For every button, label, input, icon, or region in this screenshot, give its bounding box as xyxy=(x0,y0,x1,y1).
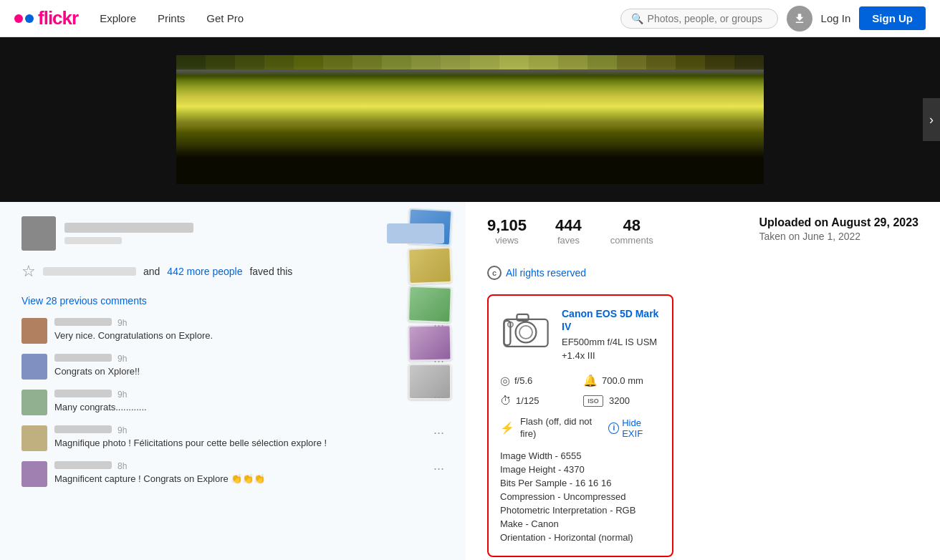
comment-item: 9h Magnifique photo ! Félicitations pour… xyxy=(21,425,444,451)
user-avatar[interactable] xyxy=(21,216,56,251)
iso-field: ISO 3200 xyxy=(583,395,661,407)
follow-button[interactable] xyxy=(387,223,444,243)
comment-avatar[interactable] xyxy=(21,461,47,487)
fave-text: and xyxy=(143,266,160,277)
shutter-field: ⏱ 1/125 xyxy=(500,395,577,407)
faves-stat: 444 faves xyxy=(555,216,582,246)
comment-meta: 9h xyxy=(54,390,426,400)
fave-avatars-bar xyxy=(43,267,136,276)
comment-meta: 8h xyxy=(54,461,426,471)
comment-meta: 9h xyxy=(54,425,426,435)
exif-orientation: Orientation - Horizontal (normal) xyxy=(500,531,661,544)
comment-text: Many congrats............ xyxy=(54,401,426,414)
fave-row: ☆ and 442 more people faved this xyxy=(21,262,444,281)
flash-hide-row: ⚡ Flash (off, did not fire) i Hide EXIF xyxy=(500,416,661,440)
search-icon: 🔍 xyxy=(631,13,643,24)
comment-body: 9h Congrats on Xplore!! xyxy=(54,354,426,378)
pixel-overlay xyxy=(176,55,764,184)
focal-length-field: 🔔 700.0 mm xyxy=(583,374,661,387)
copyright-icon: c xyxy=(487,266,502,280)
fave-count-link[interactable]: 442 more people xyxy=(167,266,242,277)
flash-icon: ⚡ xyxy=(500,421,514,435)
left-panel: ☆ and 442 more people faved this View 28… xyxy=(0,202,466,560)
comment-meta: 9h xyxy=(54,318,426,328)
user-info-row xyxy=(21,216,444,251)
comment-avatar[interactable] xyxy=(21,318,47,344)
comment-avatar[interactable] xyxy=(21,354,47,380)
views-label: views xyxy=(487,235,527,246)
logo-dots xyxy=(14,14,34,23)
exif-make: Make - Canon xyxy=(500,517,661,531)
nav-getpro[interactable]: Get Pro xyxy=(206,12,244,24)
view-previous-comments-link[interactable]: View 28 previous comments xyxy=(21,295,444,306)
upload-icon xyxy=(793,12,806,25)
date-block: Uploaded on August 29, 2023 Taken on Jun… xyxy=(759,216,919,256)
flash-value: Flash (off, did not fire) xyxy=(520,416,603,440)
dot-blue xyxy=(25,14,34,23)
comment-body: 9h Many congrats............ xyxy=(54,390,426,414)
taken-date: Taken on June 1, 2022 xyxy=(759,231,919,242)
comment-time: 9h xyxy=(118,390,127,400)
login-button[interactable]: Log In xyxy=(821,12,851,24)
comment-more-icon[interactable]: ··· xyxy=(433,461,444,476)
exif-camera-info: Canon EOS 5D Mark IV EF500mm f/4L IS USM… xyxy=(562,307,661,362)
exif-card: Canon EOS 5D Mark IV EF500mm f/4L IS USM… xyxy=(487,294,673,557)
commenter-name xyxy=(54,318,112,326)
aperture-value: f/5.6 xyxy=(514,375,532,386)
iso-value: 3200 xyxy=(609,395,630,406)
iso-icon: ISO xyxy=(583,395,603,407)
comment-body: 9h Magnifique photo ! Félicitations pour… xyxy=(54,425,426,450)
comment-time: 8h xyxy=(118,461,127,471)
stats-row: 9,105 views 444 faves 48 comments xyxy=(487,216,653,246)
comment-text: Magnifique photo ! Félicitations pour ce… xyxy=(54,437,426,450)
user-name-block xyxy=(64,223,378,244)
signup-button[interactable]: Sign Up xyxy=(859,6,926,30)
copyright-row: c All rights reserved xyxy=(487,266,919,280)
nav-links: Explore Prints Get Pro xyxy=(100,12,244,24)
flickr-logo[interactable]: flickr xyxy=(14,7,78,29)
stats-date-row: 9,105 views 444 faves 48 comments Upload… xyxy=(487,216,919,256)
copyright-text[interactable]: All rights reserved xyxy=(506,267,586,279)
next-photo-button[interactable]: › xyxy=(923,98,940,141)
comment-item: 9h Very nice. Congratulations on Explore… xyxy=(21,318,444,344)
svg-point-2 xyxy=(519,326,532,339)
comments-list: 9h Very nice. Congratulations on Explore… xyxy=(21,318,444,487)
comments-value: 48 xyxy=(610,216,653,235)
aperture-field: ◎ f/5.6 xyxy=(500,374,577,387)
search-input[interactable] xyxy=(648,13,762,24)
views-stat: 9,105 views xyxy=(487,216,527,246)
hide-exif-button[interactable]: i Hide EXIF xyxy=(608,417,661,439)
fave-suffix: faved this xyxy=(249,266,292,277)
comment-text: Very nice. Congratulations on Explore. xyxy=(54,329,426,342)
comment-body: 8h Magnificent capture ! Congrats on Exp… xyxy=(54,461,426,486)
comment-meta: 9h xyxy=(54,354,426,364)
exif-image-height: Image Height - 4370 xyxy=(500,463,661,476)
comments-label: comments xyxy=(610,235,653,246)
search-box[interactable]: 🔍 xyxy=(620,9,778,29)
views-value: 9,105 xyxy=(487,216,527,235)
hero-image-area: › xyxy=(0,37,940,202)
shutter-value: 1/125 xyxy=(516,395,539,406)
main-content: ☆ and 442 more people faved this View 28… xyxy=(0,202,940,560)
upload-button[interactable] xyxy=(787,6,812,32)
comment-more-icon[interactable]: ··· xyxy=(433,425,444,440)
comment-more-icon[interactable]: ··· xyxy=(433,318,444,333)
dot-pink xyxy=(14,14,23,23)
comment-avatar[interactable] xyxy=(21,390,47,415)
nav-prints[interactable]: Prints xyxy=(158,12,185,24)
camera-icon xyxy=(500,307,552,350)
exif-camera-row: Canon EOS 5D Mark IV EF500mm f/4L IS USM… xyxy=(500,307,661,362)
comment-avatar[interactable] xyxy=(21,425,47,451)
camera-model[interactable]: Canon EOS 5D Mark IV xyxy=(562,307,661,333)
nav-explore[interactable]: Explore xyxy=(100,12,136,24)
faves-value: 444 xyxy=(555,216,582,235)
comment-more-icon[interactable]: ··· xyxy=(433,354,444,369)
comment-text: Congrats on Xplore!! xyxy=(54,365,426,378)
star-icon[interactable]: ☆ xyxy=(21,262,36,281)
comment-body: 9h Very nice. Congratulations on Explore… xyxy=(54,318,426,342)
comment-time: 9h xyxy=(118,425,127,435)
comment-more-icon[interactable]: ··· xyxy=(433,390,444,405)
hide-exif-label: Hide EXIF xyxy=(622,417,661,439)
upload-date: Uploaded on August 29, 2023 xyxy=(759,216,919,229)
comment-time: 9h xyxy=(118,318,127,328)
